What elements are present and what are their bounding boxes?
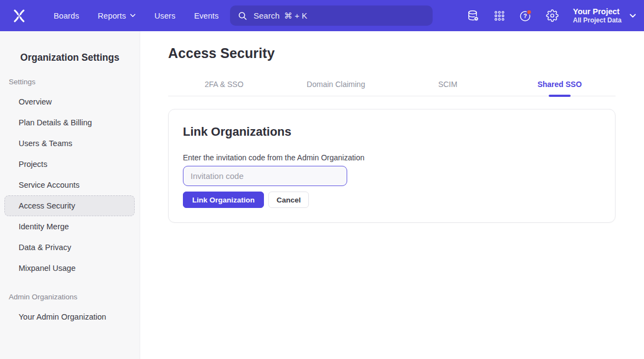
invitation-code-label: Enter the invitation code from the Admin… — [183, 153, 601, 162]
sidebar-item-mixpanel-usage[interactable]: Mixpanel Usage — [4, 258, 135, 279]
chevron-down-icon — [629, 14, 636, 18]
apps-grid-icon[interactable] — [490, 6, 509, 26]
top-navigation-bar: Boards Reports Users Events — [0, 0, 644, 31]
help-glyph: ? — [524, 13, 527, 19]
cancel-button[interactable]: Cancel — [268, 192, 309, 208]
data-management-icon[interactable] — [463, 6, 483, 26]
page-title: Access Security — [168, 45, 616, 61]
project-text: Your Project All Project Data — [573, 7, 622, 25]
help-icon[interactable]: ? — [516, 6, 536, 26]
sidebar-item-service-accounts[interactable]: Service Accounts — [4, 175, 135, 195]
tab-domain-claiming[interactable]: Domain Claiming — [280, 72, 392, 96]
mixpanel-logo-icon[interactable] — [10, 7, 28, 25]
sidebar-item-plan-details-billing[interactable]: Plan Details & Billing — [4, 112, 135, 133]
project-name: Your Project — [573, 7, 622, 16]
nav-label: Events — [194, 11, 219, 20]
nav-item-users[interactable]: Users — [148, 7, 182, 25]
topbar-right-group: ? Your Project All Project Data — [463, 0, 636, 31]
settings-sidebar: Organization Settings Settings Overview … — [0, 31, 140, 359]
tab-shared-sso[interactable]: Shared SSO — [504, 72, 616, 96]
sidebar-item-your-admin-organization[interactable]: Your Admin Organization — [4, 306, 135, 327]
tab-bar: 2FA & SSO Domain Claiming SCIM Shared SS… — [168, 72, 616, 96]
sidebar-item-access-security[interactable]: Access Security — [4, 195, 135, 216]
invitation-code-input[interactable] — [183, 166, 347, 186]
primary-nav: Boards Reports Users Events — [47, 7, 225, 25]
nav-item-reports[interactable]: Reports — [91, 7, 142, 25]
card-actions: Link Organization Cancel — [183, 192, 601, 208]
nav-label: Boards — [54, 11, 79, 20]
sidebar-item-projects[interactable]: Projects — [4, 154, 135, 175]
project-subtitle: All Project Data — [573, 16, 622, 25]
tab-scim[interactable]: SCIM — [392, 72, 504, 96]
link-organizations-card: Link Organizations Enter the invitation … — [168, 109, 616, 223]
sidebar-settings-list: Overview Plan Details & Billing Users & … — [0, 91, 140, 279]
sidebar-title: Organization Settings — [0, 52, 140, 63]
nav-label: Reports — [98, 11, 126, 20]
sidebar-item-data-privacy[interactable]: Data & Privacy — [4, 237, 135, 258]
settings-gear-icon[interactable] — [542, 6, 562, 26]
search-input[interactable] — [254, 11, 425, 20]
nav-item-boards[interactable]: Boards — [47, 7, 86, 25]
main-content: Access Security 2FA & SSO Domain Claimin… — [140, 31, 644, 359]
notification-dot — [527, 10, 531, 14]
link-organization-button[interactable]: Link Organization — [183, 192, 264, 208]
search-icon — [238, 11, 248, 21]
sidebar-section-settings: Settings — [9, 78, 131, 86]
sidebar-section-admin-organizations: Admin Organizations — [9, 293, 131, 301]
sidebar-item-identity-merge[interactable]: Identity Merge — [4, 216, 135, 237]
nav-label: Users — [154, 11, 175, 20]
tab-2fa-sso[interactable]: 2FA & SSO — [168, 72, 280, 96]
card-title: Link Organizations — [183, 125, 601, 139]
global-search[interactable] — [230, 5, 433, 26]
project-switcher[interactable]: Your Project All Project Data — [573, 7, 636, 25]
tab-label: Shared SSO — [537, 80, 582, 89]
active-tab-underline — [549, 95, 571, 97]
sidebar-item-users-teams[interactable]: Users & Teams — [4, 133, 135, 154]
nav-item-events[interactable]: Events — [187, 7, 225, 25]
sidebar-item-overview[interactable]: Overview — [4, 91, 135, 112]
chevron-down-icon — [130, 14, 136, 18]
sidebar-admin-list: Your Admin Organization — [0, 306, 140, 327]
